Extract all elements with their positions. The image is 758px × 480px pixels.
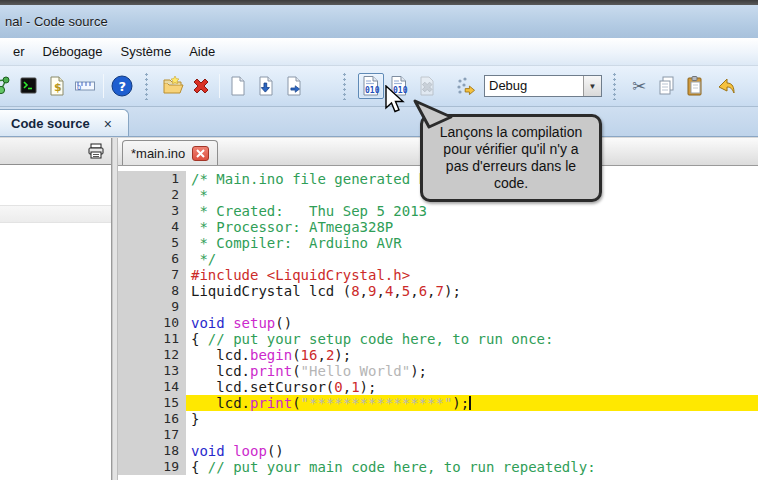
code-area[interactable]: 1/* Main.ino file generated by New Proje… bbox=[118, 166, 758, 480]
code-segment: , bbox=[360, 283, 368, 299]
code-line[interactable]: 15 lcd.print("****************"); bbox=[118, 395, 758, 411]
toolbar-grip[interactable] bbox=[342, 72, 347, 100]
code-line[interactable]: 3 * Created: Thu Sep 5 2013 bbox=[118, 203, 758, 219]
code-line[interactable]: 12 lcd.begin(16,2); bbox=[118, 347, 758, 363]
open-project-button[interactable] bbox=[160, 73, 186, 99]
code-segment: "Hello World" bbox=[301, 363, 411, 379]
code-line[interactable]: 16} bbox=[118, 411, 758, 427]
tab-close-button[interactable] bbox=[192, 146, 209, 161]
code-segment: , bbox=[393, 283, 401, 299]
chevron-down-icon[interactable]: ▼ bbox=[583, 76, 601, 96]
code-line[interactable]: 5 * Compiler: Arduino AVR bbox=[118, 235, 758, 251]
cut-button[interactable]: ✂ bbox=[626, 73, 652, 99]
code-segment: // put your main code here, to run repea… bbox=[208, 459, 596, 475]
toolbar-group-tools: $ 0 ? bbox=[0, 69, 136, 103]
new-doc-button[interactable] bbox=[225, 73, 251, 99]
code-segment: setup bbox=[233, 315, 275, 331]
compile-glyph: 010 bbox=[365, 86, 380, 95]
code-segment bbox=[225, 315, 233, 331]
code-line[interactable]: 11{ // put your setup code here, to run … bbox=[118, 331, 758, 347]
line-number: 5 bbox=[118, 235, 186, 251]
paste-icon bbox=[684, 75, 706, 97]
code-line[interactable]: 13 lcd.print("Hello World"); bbox=[118, 363, 758, 379]
help-icon: ? bbox=[110, 74, 134, 98]
copy-button[interactable] bbox=[654, 73, 680, 99]
code-segment: ( bbox=[292, 363, 300, 379]
code-segment bbox=[225, 443, 233, 459]
code-segment: () bbox=[275, 315, 292, 331]
tab-code-source[interactable]: Code source × bbox=[0, 109, 129, 137]
tab-main-ino[interactable]: *main.ino bbox=[122, 140, 218, 165]
terminal-button[interactable] bbox=[16, 73, 42, 99]
printer-icon[interactable] bbox=[87, 143, 105, 159]
close-icon[interactable]: × bbox=[102, 117, 114, 131]
tab-code-source-label: Code source bbox=[11, 116, 90, 131]
undo-icon bbox=[715, 75, 737, 97]
delete-button[interactable] bbox=[188, 73, 214, 99]
stop-build-button[interactable] bbox=[414, 73, 440, 99]
export-doc-button[interactable] bbox=[281, 73, 307, 99]
save-doc-button[interactable] bbox=[253, 73, 279, 99]
content-area: *main.ino 1/* Main.ino file generated by… bbox=[0, 138, 758, 480]
tooltip-tail bbox=[411, 97, 455, 131]
ruler-button[interactable]: 0 bbox=[72, 73, 98, 99]
toolbar-grip[interactable] bbox=[612, 72, 617, 100]
help-button[interactable]: ? bbox=[109, 73, 135, 99]
code-segment: print bbox=[250, 395, 292, 411]
debug-config-select[interactable]: Debug ▼ bbox=[484, 75, 602, 97]
code-line[interactable]: 17 bbox=[118, 427, 758, 443]
network-button[interactable] bbox=[0, 73, 14, 99]
undo-button[interactable] bbox=[713, 73, 739, 99]
code-segment: LiquidCrystal lcd ( bbox=[191, 283, 351, 299]
network-icon bbox=[0, 75, 12, 97]
cut-icon: ✂ bbox=[632, 76, 646, 96]
code-line[interactable]: 9 bbox=[118, 299, 758, 315]
code-line[interactable]: 7#include <LiquidCrystal.h> bbox=[118, 267, 758, 283]
menu-item-systeme[interactable]: Système bbox=[112, 41, 181, 62]
code-segment: ); bbox=[452, 395, 469, 411]
menu-item-debogage[interactable]: Débogage bbox=[34, 41, 112, 62]
paste-button[interactable] bbox=[682, 73, 708, 99]
code-line[interactable]: 4 * Processor: ATmega328P bbox=[118, 219, 758, 235]
project-panel-body[interactable] bbox=[0, 165, 111, 480]
debug-config-button[interactable] bbox=[453, 73, 479, 99]
code-segment: { bbox=[191, 331, 208, 347]
line-number: 2 bbox=[118, 187, 186, 203]
dollar-glyph: $ bbox=[54, 81, 62, 94]
titlebar[interactable]: nal - Code source bbox=[0, 5, 758, 38]
text-caret bbox=[469, 396, 471, 410]
line-number: 9 bbox=[118, 299, 186, 315]
close-icon bbox=[196, 149, 205, 158]
code-line[interactable]: 14 lcd.setCursor(0,1); bbox=[118, 379, 758, 395]
code-segment: #include <LiquidCrystal.h> bbox=[191, 267, 410, 283]
toolbar: $ 0 ? bbox=[0, 66, 758, 107]
line-number: 11 bbox=[118, 331, 186, 347]
tabstrip-border bbox=[0, 136, 758, 137]
tooltip-text: Lançons la compilation pour vérifier qu'… bbox=[431, 124, 591, 192]
code-line[interactable]: 10void setup() bbox=[118, 315, 758, 331]
code-line[interactable]: 19{ // put your main code here, to run r… bbox=[118, 459, 758, 475]
line-number: 19 bbox=[118, 459, 186, 475]
code-segment: // put your setup code here, to run once… bbox=[208, 331, 554, 347]
code-line[interactable]: 6 */ bbox=[118, 251, 758, 267]
app-window: nal - Code source er Débogage Système Ai… bbox=[0, 0, 758, 480]
compile-button[interactable]: 010 bbox=[358, 73, 384, 99]
code-text: LiquidCrystal lcd (8,9,4,5,6,7); bbox=[186, 283, 758, 299]
code-line[interactable]: 8LiquidCrystal lcd (8,9,4,5,6,7); bbox=[118, 283, 758, 299]
line-number: 3 bbox=[118, 203, 186, 219]
project-panel[interactable] bbox=[0, 138, 112, 480]
code-segment: * Created: Thu Sep 5 2013 bbox=[191, 203, 427, 219]
menu-item-aide[interactable]: Aide bbox=[180, 41, 224, 62]
price-doc-button[interactable]: $ bbox=[44, 73, 70, 99]
code-segment: 7 bbox=[436, 283, 444, 299]
code-text: lcd.print("Hello World"); bbox=[186, 363, 758, 379]
menu-item-truncated[interactable]: er bbox=[4, 41, 34, 62]
compile-icon: 010 bbox=[360, 75, 382, 97]
code-text: { // put your main code here, to run rep… bbox=[186, 459, 758, 475]
toolbar-grip[interactable] bbox=[144, 72, 149, 100]
code-segment: ); bbox=[360, 379, 377, 395]
export-doc-icon bbox=[283, 75, 305, 97]
code-text bbox=[186, 427, 758, 443]
code-line[interactable]: 18void loop() bbox=[118, 443, 758, 459]
help-glyph: ? bbox=[119, 79, 127, 94]
